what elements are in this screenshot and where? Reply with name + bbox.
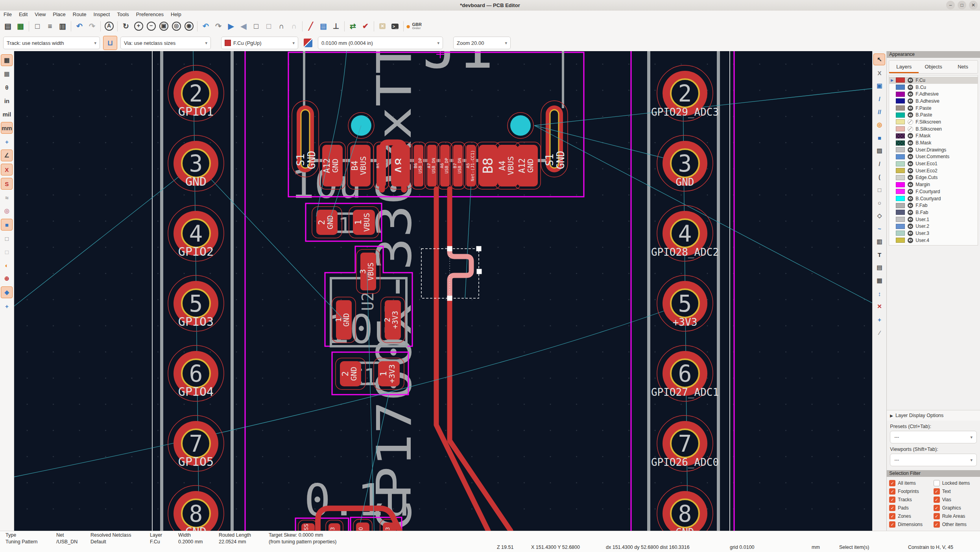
layer-pairs-toggle[interactable] xyxy=(301,36,315,50)
layer-row-b.fab[interactable]: B.Fab xyxy=(889,209,978,216)
visibility-eye-icon[interactable] xyxy=(908,133,913,138)
mirror-button[interactable]: ◀ xyxy=(238,20,249,32)
layer-display-options[interactable]: ▶ Layer Display Options xyxy=(887,410,980,421)
layer-row-user.comments[interactable]: User.Comments xyxy=(889,153,978,161)
layer-color-swatch[interactable] xyxy=(896,175,905,180)
grid-select[interactable]: 0.0100 mm (0.0004 in)▾ xyxy=(318,37,443,49)
redo-button[interactable]: ↷ xyxy=(86,20,98,32)
layer-row-user.2[interactable]: User.2 xyxy=(889,223,978,230)
maximize-button[interactable]: □ xyxy=(958,1,966,9)
viewports-select[interactable]: ---▾ xyxy=(890,454,977,466)
checkbox-icon[interactable]: ✓ xyxy=(889,505,895,511)
delete-tool-button[interactable]: ✕ xyxy=(874,301,885,312)
filter-pads[interactable]: ✓Pads xyxy=(889,505,933,511)
layer-row-user.1[interactable]: User.1 xyxy=(889,216,978,223)
checkbox-icon[interactable]: ✓ xyxy=(889,480,895,486)
place-table-tool-button[interactable]: ▦ xyxy=(874,275,885,286)
checkbox-icon[interactable]: ✓ xyxy=(934,521,940,528)
zoom-to-selection-button[interactable]: ◉ xyxy=(183,20,195,32)
draw-line-tool-button[interactable]: / xyxy=(874,158,885,169)
usb-pad-b8[interactable]: B8 xyxy=(476,142,500,189)
visibility-hidden-icon[interactable] xyxy=(908,126,913,132)
filter-rule-areas[interactable]: ✓Rule Areas xyxy=(934,513,978,519)
filter-other-items[interactable]: ✓Other items xyxy=(934,521,978,528)
save-button[interactable]: ▤ xyxy=(2,20,14,32)
layer-row-user.4[interactable]: User.4 xyxy=(889,237,978,244)
visibility-eye-icon[interactable] xyxy=(908,147,913,153)
scripting-console-button[interactable]: >_ xyxy=(389,20,401,32)
visibility-eye-icon[interactable] xyxy=(908,140,913,146)
layer-row-user.drawings[interactable]: User.Drawings xyxy=(889,146,978,153)
visibility-eye-icon[interactable] xyxy=(908,189,913,194)
layer-row-edge.cuts[interactable]: Edge.Cuts xyxy=(889,174,978,181)
curved-ratsnest-button[interactable]: S xyxy=(1,178,13,190)
place-image-tool-button[interactable]: ▥ xyxy=(874,236,885,247)
layer-row-b.cu[interactable]: B.Cu xyxy=(889,84,978,91)
auto-track-width-toggle[interactable]: ⊔ xyxy=(103,36,117,50)
visibility-eye-icon[interactable] xyxy=(908,98,913,104)
units-mm-button[interactable]: mm xyxy=(1,122,13,134)
layer-row-f.courtyard[interactable]: F.Courtyard xyxy=(889,188,978,195)
draw-bezier-tool-button[interactable]: ~ xyxy=(874,223,885,234)
place-footprint-tool-button[interactable]: ▣ xyxy=(874,80,885,91)
layer-color-swatch[interactable] xyxy=(896,133,905,138)
through-hole-pad[interactable]: 5GPIO3 xyxy=(168,275,224,331)
layer-color-swatch[interactable] xyxy=(896,147,905,152)
layer-color-swatch[interactable] xyxy=(896,203,905,208)
usb-pad-b4[interactable]: B4VBUS xyxy=(347,142,373,189)
print-button[interactable]: ≡ xyxy=(44,20,56,32)
zone-display-outline-button[interactable]: □ xyxy=(1,233,12,244)
filter-zones[interactable]: ✓Zones xyxy=(889,513,933,519)
menu-view[interactable]: View xyxy=(31,11,49,17)
track-width-select[interactable]: Track: use netclass width▾ xyxy=(3,37,100,49)
zone-display-fill-off-button[interactable]: □ xyxy=(1,246,12,257)
find-button[interactable]: A xyxy=(103,20,115,32)
filter-all-items[interactable]: ✓All items xyxy=(889,480,933,486)
draw-zone-tool-button[interactable]: ■ xyxy=(874,132,885,143)
visibility-eye-icon[interactable] xyxy=(908,203,913,208)
layer-color-swatch[interactable] xyxy=(896,161,905,166)
layer-color-swatch[interactable] xyxy=(896,105,905,111)
polar-coordinates-button[interactable]: θ xyxy=(1,82,12,93)
lock-button[interactable]: ∩ xyxy=(275,20,287,32)
flip-board-view-button[interactable]: ▶ xyxy=(225,20,237,32)
filter-graphics[interactable]: ✓Graphics xyxy=(934,505,978,511)
menu-inspect[interactable]: Inspect xyxy=(90,11,114,17)
filter-dimensions[interactable]: ✓Dimensions xyxy=(889,521,933,528)
layer-row-margin[interactable]: Margin xyxy=(889,181,978,188)
visibility-eye-icon[interactable] xyxy=(908,85,913,90)
close-button[interactable]: ✕ xyxy=(969,1,978,9)
visibility-eye-icon[interactable] xyxy=(908,78,913,83)
layer-row-user.3[interactable]: User.3 xyxy=(889,230,978,237)
layer-row-b.adhesive[interactable]: B.Adhesive xyxy=(889,98,978,105)
draw-arc-tool-button[interactable]: ( xyxy=(874,171,885,182)
checkbox-icon[interactable]: ✓ xyxy=(889,497,895,503)
layer-row-f.fab[interactable]: F.Fab xyxy=(889,202,978,209)
layer-color-swatch[interactable] xyxy=(896,238,905,243)
layer-color-swatch[interactable] xyxy=(896,182,905,187)
design-rules-checker-button[interactable]: ✔ xyxy=(360,20,371,32)
filter-text[interactable]: ✓Text xyxy=(934,488,978,495)
local-ratsnest-button[interactable]: ≈ xyxy=(1,192,12,203)
layer-color-swatch[interactable] xyxy=(896,210,905,215)
route-differential-pairs-tool-button[interactable]: // xyxy=(874,106,885,117)
plot-button[interactable]: ▥ xyxy=(57,20,68,32)
layer-color-swatch[interactable] xyxy=(896,168,905,173)
checkbox-icon[interactable] xyxy=(934,480,940,486)
visibility-eye-icon[interactable] xyxy=(908,154,913,159)
visibility-eye-icon[interactable] xyxy=(908,112,913,118)
show-ratsnest-button[interactable]: X xyxy=(1,164,13,175)
visibility-eye-icon[interactable] xyxy=(908,105,913,111)
active-layer-select[interactable]: F.Cu (PgUp)▾ xyxy=(221,37,298,49)
draw-polygon-tool-button[interactable]: ◇ xyxy=(874,210,885,221)
select-tool-button[interactable]: ↖ xyxy=(873,54,885,65)
through-hole-pad[interactable]: 2GPIO1 xyxy=(168,65,224,121)
visibility-eye-icon[interactable] xyxy=(908,182,913,187)
layer-color-swatch[interactable] xyxy=(896,113,905,118)
visibility-eye-icon[interactable] xyxy=(908,238,913,243)
checkbox-icon[interactable]: ✓ xyxy=(934,497,940,503)
appearance-manager-button[interactable]: ◆ xyxy=(1,286,13,298)
through-hole-pad[interactable]: 3GND xyxy=(168,135,224,191)
measure-tool-button[interactable]: ∕ xyxy=(874,327,885,338)
visibility-eye-icon[interactable] xyxy=(908,196,913,201)
